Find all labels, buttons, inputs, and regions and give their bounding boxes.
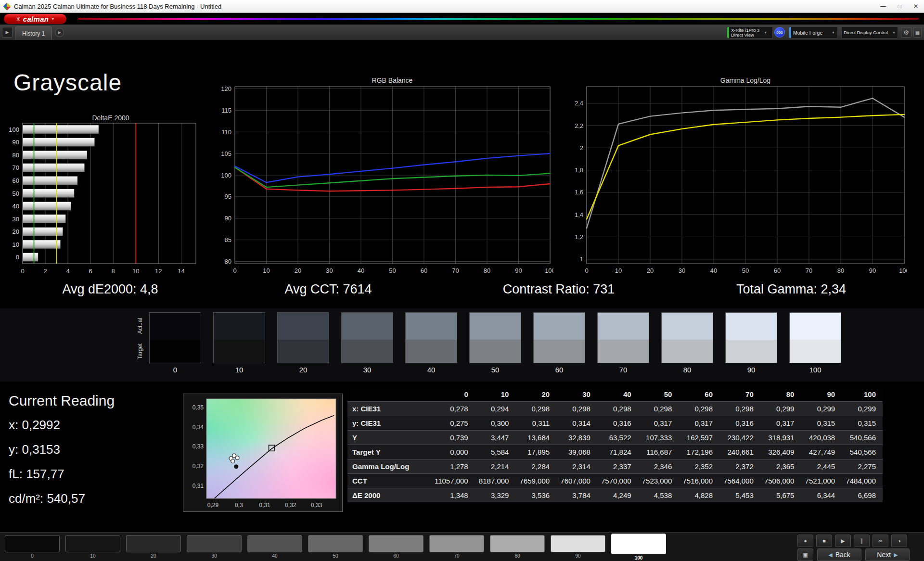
swatch-box — [277, 312, 329, 363]
grayscale-swatch-40: 40 — [405, 312, 457, 374]
measurement-table: 0102030405060708090100x: CIE310,2780,294… — [347, 388, 883, 502]
workflow-badge[interactable]: 666 — [774, 27, 785, 38]
window-title: Calman 2025 Calman Ultimate for Business… — [14, 3, 875, 10]
column-header-20: 20 — [515, 388, 556, 401]
pattern-level-40-button[interactable]: 40 — [247, 535, 302, 559]
history-expand-button[interactable]: ▶ — [2, 27, 13, 38]
record-button[interactable]: ● — [797, 535, 813, 547]
meter-selector[interactable]: X-Rite i1Pro 3 Direct View ▼ — [727, 26, 773, 38]
maximize-button[interactable]: □ — [891, 0, 908, 13]
table-corner-cell — [347, 388, 434, 401]
pattern-level-70-button[interactable]: 70 — [429, 535, 484, 559]
table-cell: 0,294 — [475, 401, 516, 416]
swatch-target-color — [150, 340, 201, 363]
minimize-button[interactable]: — — [875, 0, 891, 13]
column-header-50: 50 — [638, 388, 679, 401]
pattern-level-90-button[interactable]: 90 — [551, 535, 605, 559]
pattern-level-60-button[interactable]: 60 — [369, 535, 424, 559]
grayscale-swatch-30: 30 — [341, 312, 393, 374]
table-cell: 0,317 — [638, 416, 679, 430]
calman-window: Calman 2025 Calman Ultimate for Business… — [0, 0, 924, 561]
pause-button[interactable]: ∥ — [854, 535, 870, 547]
table-row: Gamma Log/Log1,2782,2142,2842,3142,3372,… — [347, 459, 883, 473]
table-cell: 5,453 — [719, 488, 760, 502]
svg-text:10: 10 — [13, 241, 19, 248]
table-cell: 7521,000 — [801, 473, 842, 488]
svg-text:1,4: 1,4 — [575, 211, 583, 218]
table-cell: 3,784 — [556, 488, 597, 502]
history-nav-button[interactable]: ▶ — [55, 28, 64, 37]
close-button[interactable]: ✕ — [908, 0, 924, 13]
cie-chart-panel: 0,290,30,310,320,330,350,340,330,320,31 — [183, 394, 343, 512]
row-label: y: CIE31 — [347, 416, 434, 430]
back-button[interactable]: ◀ Back — [817, 548, 861, 561]
meter-gauge-button[interactable]: ◑ — [891, 535, 907, 547]
panel-toggle-button[interactable]: ▦ — [913, 27, 922, 38]
swatch-target-color — [790, 340, 841, 363]
swatch-target-color — [214, 340, 265, 363]
svg-text:100: 100 — [899, 267, 907, 274]
svg-text:115: 115 — [221, 107, 231, 114]
table-cell: 7484,000 — [842, 473, 883, 488]
table-cell: 2,314 — [556, 459, 597, 473]
swatch-actual-color — [790, 313, 841, 340]
svg-text:2: 2 — [43, 268, 47, 275]
svg-text:0,32: 0,32 — [192, 463, 204, 470]
table-cell: 2,346 — [638, 459, 679, 473]
swatch-target-color — [534, 340, 585, 363]
capture-button[interactable]: ▣ — [797, 548, 813, 561]
pattern-level-swatch — [247, 535, 302, 552]
pattern-level-label: 90 — [551, 553, 605, 559]
tab-history-1[interactable]: History 1 — [15, 26, 52, 40]
table-cell: 11057,000 — [434, 473, 475, 488]
pattern-level-0-button[interactable]: 0 — [5, 535, 60, 559]
table-cell: 32,839 — [556, 430, 597, 445]
table-cell: 71,824 — [597, 445, 638, 459]
deltae-bar-chart: 024681012141009080706050403020100 — [1, 121, 201, 276]
display-control-label: Direct Display Control — [842, 30, 890, 35]
pattern-level-50-button[interactable]: 50 — [308, 535, 363, 559]
pattern-level-label: 30 — [187, 553, 242, 559]
app-icon — [3, 2, 11, 11]
settings-button[interactable]: ⚙ — [901, 27, 911, 38]
next-button[interactable]: Next ▶ — [865, 548, 910, 561]
table-cell: 2,337 — [597, 459, 638, 473]
pattern-source-label: Mobile Forge — [791, 30, 829, 36]
svg-text:80: 80 — [225, 258, 231, 265]
table-cell: 240,661 — [719, 445, 760, 459]
grayscale-swatch-80: 80 — [661, 312, 713, 374]
swatch-actual-color — [534, 313, 585, 340]
pattern-level-20-button[interactable]: 20 — [126, 535, 181, 559]
pause-icon: ∥ — [860, 538, 863, 544]
swatch-box — [405, 312, 457, 363]
stop-button[interactable]: ■ — [816, 535, 832, 547]
pattern-level-label: 40 — [247, 553, 302, 559]
pattern-level-10-button[interactable]: 10 — [65, 535, 120, 559]
pattern-level-100-button[interactable]: 100 — [611, 534, 666, 561]
page-title: Grayscale — [13, 69, 122, 96]
continuous-read-button[interactable]: ∞ — [873, 535, 888, 547]
svg-text:0: 0 — [16, 254, 19, 261]
calman-logo-button[interactable]: ✳ calman ▼ — [4, 14, 66, 24]
pattern-level-30-button[interactable]: 30 — [187, 535, 242, 559]
next-arrow-icon: ▶ — [894, 552, 898, 558]
pattern-level-80-button[interactable]: 80 — [490, 535, 545, 559]
column-header-90: 90 — [801, 388, 842, 401]
table-cell: 17,895 — [515, 445, 556, 459]
table-cell: 0,299 — [760, 401, 801, 416]
display-control-selector[interactable]: Direct Display Control ▼ — [841, 26, 898, 38]
column-header-100: 100 — [842, 388, 883, 401]
svg-text:0,33: 0,33 — [311, 502, 322, 509]
transport-controls: ●■▶∥∞◑ — [797, 535, 907, 547]
pattern-source-selector[interactable]: Mobile Forge ▼ — [789, 26, 838, 38]
pattern-level-label: 60 — [369, 553, 424, 559]
play-icon: ▶ — [841, 538, 845, 544]
pattern-level-label: 70 — [429, 553, 484, 559]
svg-text:80: 80 — [837, 267, 844, 274]
play-button[interactable]: ▶ — [835, 535, 851, 547]
table-cell: 230,422 — [719, 430, 760, 445]
rgb-balance-chart: 0102030405060708090100808590951001051101… — [215, 85, 553, 275]
svg-text:70: 70 — [452, 267, 459, 274]
navigation-controls: ▣ ◀ Back Next ▶ — [797, 548, 910, 561]
table-row: x: CIE310,2780,2940,2980,2980,2980,2980,… — [347, 401, 883, 416]
